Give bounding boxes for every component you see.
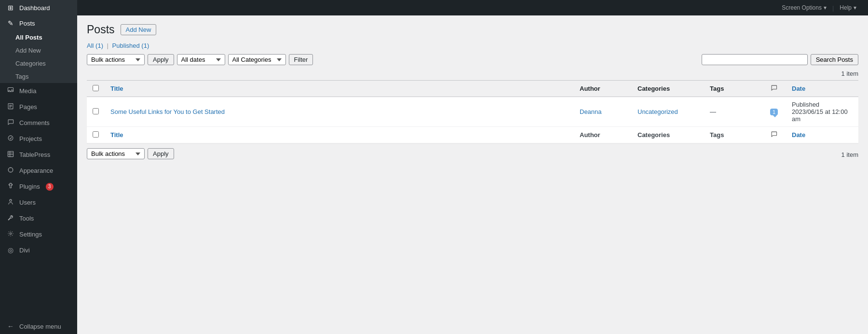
search-area: Search Posts [702, 54, 858, 65]
sidebar: ⊞ Dashboard ✎ Posts All Posts Add New Ca… [0, 0, 77, 334]
filter-button[interactable]: Filter [289, 54, 313, 65]
apply-button-bottom[interactable]: Apply [148, 148, 174, 159]
sidebar-item-posts[interactable]: ✎ Posts [0, 15, 77, 31]
col-footer-categories: Categories [632, 127, 704, 143]
help-chevron-icon: ▾ [854, 4, 856, 11]
sidebar-item-pages[interactable]: Pages [0, 99, 77, 115]
col-header-date[interactable]: Date [786, 81, 858, 97]
sidebar-item-label: Comments [19, 119, 50, 126]
sidebar-item-media[interactable]: Media [0, 83, 77, 99]
media-icon [6, 87, 15, 95]
filter-all-link[interactable]: All (1) [87, 42, 105, 49]
posts-table: Title Author Categories Tags [87, 80, 858, 143]
page-title: Posts [87, 23, 115, 36]
table-footer-row: Title Author Categories Tags [87, 127, 858, 143]
sidebar-item-label: Plugins [19, 183, 40, 190]
bulk-actions-select-top[interactable]: Bulk actions [87, 54, 145, 65]
content-area: Posts Add New All (1) | Published (1) Bu… [77, 15, 868, 334]
search-posts-button[interactable]: Search Posts [811, 54, 858, 65]
sidebar-item-comments[interactable]: Comments [0, 115, 77, 131]
search-input[interactable] [702, 54, 808, 65]
select-all-checkbox-footer[interactable] [87, 127, 105, 143]
bulk-actions-select-bottom[interactable]: Bulk actions [87, 148, 145, 159]
sidebar-item-categories[interactable]: Categories [0, 57, 77, 70]
all-posts-label: All Posts [15, 34, 42, 41]
col-header-author: Author [574, 81, 632, 97]
toolbar-top: Bulk actions Apply All dates All Categor… [87, 54, 858, 65]
all-categories-select[interactable]: All Categories [228, 54, 286, 65]
col-header-title[interactable]: Title [105, 81, 574, 97]
toolbar-bottom: Bulk actions Apply [87, 148, 174, 159]
select-all-checkbox[interactable] [93, 85, 99, 91]
sidebar-item-label: Appearance [19, 167, 53, 174]
sidebar-item-label: Divi [19, 247, 30, 254]
sidebar-item-divi[interactable]: ◎ Divi [0, 242, 77, 258]
sidebar-item-label: Tools [19, 215, 34, 222]
filter-published-link[interactable]: Published (1) [112, 42, 149, 49]
col-header-comments [762, 81, 786, 97]
help-button[interactable]: Help ▾ [836, 2, 860, 13]
post-author-cell: Deanna [574, 97, 632, 127]
main-content: Screen Options ▾ | Help ▾ Posts Add New … [77, 0, 868, 334]
apply-button-top[interactable]: Apply [148, 54, 174, 65]
col-footer-comments [762, 127, 786, 143]
sidebar-item-all-posts[interactable]: All Posts [0, 31, 77, 44]
screen-options-label: Screen Options [782, 4, 822, 11]
sidebar-item-plugins[interactable]: Plugins 3 [0, 179, 77, 195]
sidebar-item-tags[interactable]: Tags [0, 70, 77, 83]
help-label: Help [840, 4, 852, 11]
col-footer-date[interactable]: Date [786, 127, 858, 143]
screen-options-button[interactable]: Screen Options ▾ [778, 2, 830, 13]
sidebar-item-settings[interactable]: Settings [0, 226, 77, 242]
sidebar-item-tablepress[interactable]: TablePress [0, 147, 77, 163]
svg-point-11 [10, 199, 12, 201]
sidebar-item-label: Settings [19, 231, 42, 238]
select-all-checkbox-header[interactable] [87, 81, 105, 97]
post-title-link[interactable]: Some Useful Links for You to Get Started [110, 108, 225, 115]
post-status: Published [792, 101, 819, 108]
col-footer-author: Author [574, 127, 632, 143]
categories-label: Categories [15, 60, 46, 67]
plugins-icon [6, 182, 15, 191]
collapse-label: Collapse menu [19, 323, 61, 330]
posts-icon: ✎ [6, 19, 15, 27]
sidebar-collapse[interactable]: ← Collapse menu [0, 319, 77, 334]
topbar-divider: | [832, 4, 834, 12]
post-title-cell: Some Useful Links for You to Get Started [105, 97, 574, 127]
tags-label: Tags [15, 73, 28, 80]
row-checkbox-cell[interactable] [87, 97, 105, 127]
bottom-bar: Bulk actions Apply 1 item [87, 148, 858, 164]
sidebar-item-tools[interactable]: Tools [0, 210, 77, 226]
comments-icon [6, 119, 15, 127]
sidebar-item-add-new[interactable]: Add New [0, 44, 77, 57]
sidebar-item-label: Users [19, 199, 36, 206]
col-footer-title[interactable]: Title [105, 127, 574, 143]
svg-rect-6 [8, 151, 13, 156]
row-checkbox[interactable] [93, 108, 99, 114]
sidebar-item-users[interactable]: Users [0, 195, 77, 210]
screen-options-chevron-icon: ▾ [824, 4, 827, 11]
post-categories-cell: Uncategorized [632, 97, 704, 127]
sidebar-item-projects[interactable]: Projects [0, 131, 77, 147]
col-header-tags: Tags [704, 81, 762, 97]
all-dates-select[interactable]: All dates [177, 54, 225, 65]
table-row: Some Useful Links for You to Get Started… [87, 97, 858, 127]
sidebar-item-label: Posts [19, 20, 35, 27]
users-icon [6, 198, 15, 207]
sidebar-item-appearance[interactable]: Appearance [0, 163, 77, 179]
post-date: 2023/06/15 at 12:00 am [792, 108, 848, 123]
col-header-categories: Categories [632, 81, 704, 97]
sidebar-item-dashboard[interactable]: ⊞ Dashboard [0, 0, 77, 15]
svg-point-10 [8, 167, 13, 172]
post-author-link[interactable]: Deanna [580, 108, 602, 115]
sidebar-item-label: Pages [19, 103, 37, 111]
sidebar-item-label: Dashboard [19, 4, 50, 12]
tools-icon [6, 214, 15, 223]
post-category-link[interactable]: Uncategorized [637, 108, 678, 115]
comment-count-badge[interactable]: 1 [770, 109, 778, 115]
select-all-checkbox-bottom[interactable] [93, 131, 99, 138]
add-new-button[interactable]: Add New [121, 24, 157, 35]
dashboard-icon: ⊞ [6, 4, 15, 12]
pages-icon [6, 103, 15, 111]
divi-icon: ◎ [6, 246, 15, 254]
